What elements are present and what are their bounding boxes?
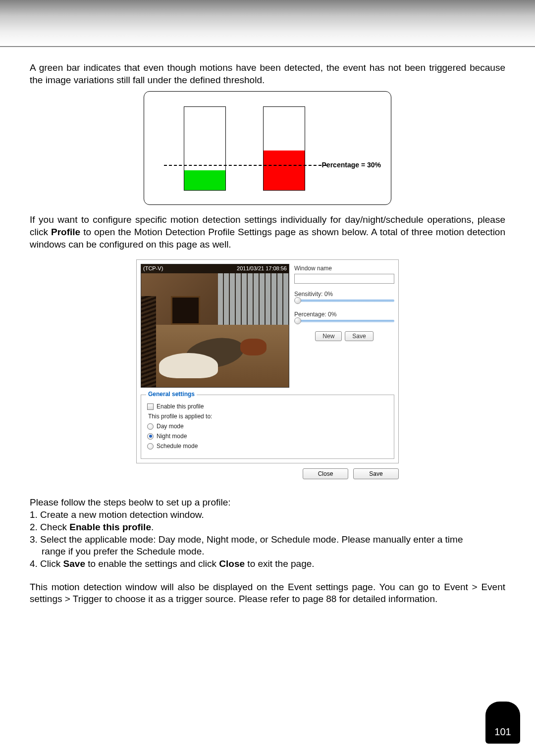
controls-column: Window name Sensitivity: 0% Percentage: … xyxy=(294,264,394,388)
paragraph-profile: If you want to configure specific motion… xyxy=(30,214,505,251)
applied-to-label: This profile is applied to: xyxy=(148,413,388,420)
sensitivity-slider[interactable] xyxy=(294,300,394,302)
page-content: A green bar indicates that even though m… xyxy=(0,47,535,605)
step-3b: range if you prefer the Schedule mode. xyxy=(30,546,505,558)
day-mode-radio[interactable] xyxy=(147,423,154,430)
green-bar-column xyxy=(184,106,226,191)
page-number-badge: 101 xyxy=(485,702,520,744)
step-3a: 3. Select the applicable mode: Day mode,… xyxy=(30,534,505,546)
video-banner: (TCP-V) 2011/03/21 17:08:56 xyxy=(141,264,289,273)
video-timestamp: 2011/03/21 17:08:56 xyxy=(237,265,287,272)
general-settings-legend: General settings xyxy=(146,391,197,398)
step-4: 4. Click Save to enable the settings and… xyxy=(30,558,505,570)
window-name-input[interactable] xyxy=(294,274,394,284)
night-mode-row[interactable]: Night mode xyxy=(147,433,388,440)
schedule-mode-label: Schedule mode xyxy=(157,443,198,450)
steps-intro: Please follow the steps beolw to set up … xyxy=(30,497,505,509)
para2-profile-bold: Profile xyxy=(51,227,80,237)
green-fill xyxy=(184,170,225,190)
close-button[interactable]: Close xyxy=(303,468,348,479)
save-button[interactable]: Save xyxy=(353,468,399,479)
percentage-slider[interactable] xyxy=(294,320,394,322)
steps-block: Please follow the steps beolw to set up … xyxy=(30,497,505,570)
sensitivity-label: Sensitivity: 0% xyxy=(294,291,394,298)
video-interior xyxy=(141,273,289,387)
enable-profile-label: Enable this profile xyxy=(157,403,204,410)
video-title: (TCP-V) xyxy=(143,265,163,272)
night-mode-radio[interactable] xyxy=(147,433,154,440)
general-settings-fieldset: General settings Enable this profile Thi… xyxy=(141,395,394,459)
bottom-button-row: Close Save xyxy=(136,468,399,479)
new-button[interactable]: New xyxy=(315,331,342,341)
profile-settings-inner: (TCP-V) 2011/03/21 17:08:56 Window n xyxy=(136,259,399,463)
enable-profile-row[interactable]: Enable this profile xyxy=(147,403,388,410)
page-number: 101 xyxy=(494,726,511,738)
step-2: 2. Check Enable this profile. xyxy=(30,521,505,534)
schedule-mode-row[interactable]: Schedule mode xyxy=(147,443,388,450)
paragraph-green-bar: A green bar indicates that even though m… xyxy=(30,62,505,86)
day-mode-label: Day mode xyxy=(157,423,184,430)
day-mode-row[interactable]: Day mode xyxy=(147,423,388,430)
enable-profile-checkbox[interactable] xyxy=(147,403,154,410)
percentage-thumb[interactable] xyxy=(294,317,301,324)
threshold-line xyxy=(164,165,326,166)
red-bar-column xyxy=(263,106,305,191)
sensitivity-thumb[interactable] xyxy=(294,297,301,304)
profile-settings-panel: (TCP-V) 2011/03/21 17:08:56 Window n xyxy=(136,259,399,479)
night-mode-label: Night mode xyxy=(157,433,187,440)
para2-c: to open the Motion Detection Profile Set… xyxy=(30,227,505,250)
step-1: 1. Create a new motion detection window. xyxy=(30,509,505,521)
red-fill xyxy=(264,151,305,190)
schedule-mode-radio[interactable] xyxy=(147,443,154,450)
save-button-inner[interactable]: Save xyxy=(345,331,373,341)
video-preview[interactable]: (TCP-V) 2011/03/21 17:08:56 xyxy=(141,264,289,388)
window-name-label: Window name xyxy=(294,265,394,272)
header-gradient xyxy=(0,0,535,47)
threshold-diagram: Percentage = 30% xyxy=(144,91,391,205)
percentage-ctrl-label: Percentage: 0% xyxy=(294,311,394,318)
percentage-label: Percentage = 30% xyxy=(322,161,381,169)
paragraph-event-settings: This motion detection window will also b… xyxy=(30,581,505,605)
